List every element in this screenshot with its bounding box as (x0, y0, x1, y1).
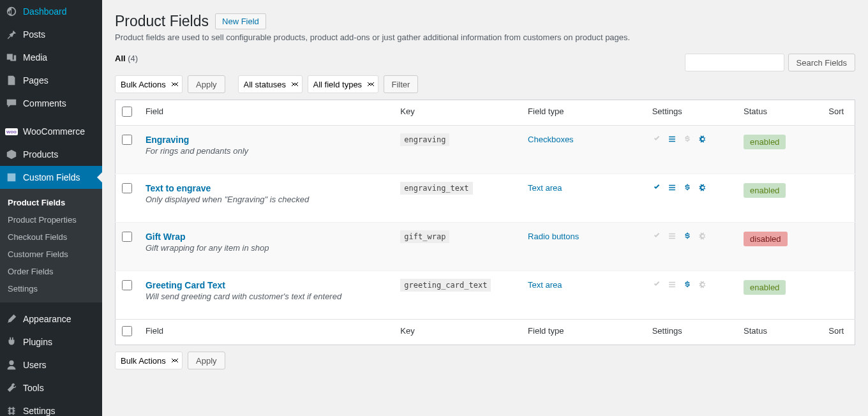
list-icon (668, 280, 677, 289)
dashboard-icon (5, 5, 18, 18)
dollar-icon (683, 280, 692, 289)
sidebar-item-label: Media (23, 52, 47, 63)
row-description: Will send greeting card with customer's … (146, 292, 387, 301)
sidebar-item-label: Products (23, 149, 58, 160)
filter-all-link[interactable]: All (115, 54, 126, 63)
sidebar-item-label: Posts (23, 29, 45, 40)
row-checkbox[interactable] (122, 135, 132, 145)
status-badge[interactable]: enabled (744, 183, 786, 198)
new-field-button[interactable]: New Field (215, 13, 266, 29)
bulk-actions-select-bottom[interactable]: Bulk Actions (115, 352, 183, 369)
field-type-filter-select[interactable]: All field types (308, 75, 378, 93)
main-content: Product Fields New Field Product fields … (102, 0, 868, 416)
row-checkbox[interactable] (122, 183, 132, 193)
sidebar-item-custom-fields[interactable]: Custom Fields (0, 166, 102, 189)
gears-icon (698, 135, 707, 144)
status-badge[interactable]: disabled (744, 232, 787, 246)
row-title-link[interactable]: Greeting Card Text (146, 280, 387, 290)
sidebar-item-label: Appearance (23, 314, 71, 324)
sidebar-sub-product-fields[interactable]: Product Fields (0, 194, 102, 211)
col-status[interactable]: Status (737, 100, 822, 126)
row-title-link[interactable]: Gift Wrap (146, 232, 387, 242)
list-icon (668, 135, 677, 144)
row-title-link[interactable]: Text to engrave (146, 183, 387, 193)
sidebar-item-label: Pages (23, 75, 49, 85)
col-field-footer[interactable]: Field (139, 320, 394, 345)
pages-icon (5, 74, 18, 87)
row-type-link[interactable]: Checkboxes (528, 135, 574, 144)
select-all-checkbox[interactable] (122, 107, 132, 117)
bulk-actions-select[interactable]: Bulk Actions (115, 75, 183, 93)
row-checkbox[interactable] (122, 280, 132, 290)
sidebar-item-dashboard[interactable]: Dashboard (0, 0, 102, 23)
select-all-checkbox-footer[interactable] (122, 326, 132, 336)
search-button[interactable]: Search Fields (788, 54, 855, 71)
sidebar-item-pages[interactable]: Pages (0, 69, 102, 92)
sidebar-item-label: Comments (23, 98, 66, 108)
dollar-icon (683, 183, 692, 192)
row-key: engraving_text (400, 182, 472, 195)
status-badge[interactable]: enabled (744, 135, 786, 149)
sidebar-sub-product-properties[interactable]: Product Properties (0, 211, 102, 228)
status-badge[interactable]: enabled (744, 280, 786, 295)
table-row: Greeting Card TextWill send greeting car… (116, 271, 855, 320)
sidebar-item-label: Plugins (23, 337, 52, 347)
sidebar-item-tools[interactable]: Tools (0, 376, 102, 399)
list-icon (668, 232, 677, 241)
sidebar-item-media[interactable]: Media (0, 46, 102, 69)
search-input[interactable] (685, 54, 784, 71)
sidebar-sub-customer-fields[interactable]: Customer Fields (0, 246, 102, 263)
row-type-link[interactable]: Radio buttons (528, 232, 579, 241)
sidebar-item-posts[interactable]: Posts (0, 23, 102, 46)
page-description: Product fields are used to sell configur… (115, 33, 855, 42)
apply-bulk-button-bottom[interactable]: Apply (188, 352, 225, 369)
check-icon (652, 183, 661, 192)
col-settings[interactable]: Settings (646, 100, 737, 126)
col-settings-footer[interactable]: Settings (646, 320, 737, 345)
row-key: gift_wrap (400, 230, 449, 243)
filter-button[interactable]: Filter (384, 75, 419, 93)
col-status-footer[interactable]: Status (737, 320, 822, 345)
sidebar-item-label: Settings (23, 406, 56, 416)
pin-icon (5, 28, 18, 41)
sidebar-item-comments[interactable]: Comments (0, 92, 102, 115)
products-icon (5, 148, 18, 161)
row-type-link[interactable]: Text area (528, 183, 562, 193)
sidebar-item-label: Custom Fields (23, 172, 80, 182)
comments-icon (5, 97, 18, 110)
sidebar-item-woocommerce[interactable]: wooWooCommerce (0, 120, 102, 143)
sidebar-item-appearance[interactable]: Appearance (0, 308, 102, 331)
col-sort[interactable]: Sort (822, 100, 855, 126)
col-key-footer[interactable]: Key (394, 320, 521, 345)
sidebar-item-products[interactable]: Products (0, 143, 102, 166)
woo-icon: woo (5, 125, 18, 138)
row-type-link[interactable]: Text area (528, 280, 562, 290)
apply-bulk-button[interactable]: Apply (188, 75, 225, 93)
row-description: Only displayed when "Engraving" is check… (146, 195, 387, 204)
row-description: For rings and pendants only (146, 146, 387, 156)
row-title-link[interactable]: Engraving (146, 135, 387, 145)
sidebar-sub-order-fields[interactable]: Order Fields (0, 263, 102, 280)
status-filter-select[interactable]: All statuses (238, 75, 303, 93)
dollar-icon (683, 135, 692, 144)
sidebar-sub-checkout-fields[interactable]: Checkout Fields (0, 228, 102, 246)
table-row: Gift WrapGift wrapping for any item in s… (116, 223, 855, 271)
col-type-footer[interactable]: Field type (521, 320, 646, 345)
col-sort-footer[interactable]: Sort (822, 320, 855, 345)
row-checkbox[interactable] (122, 232, 132, 242)
col-field[interactable]: Field (139, 100, 394, 126)
col-key[interactable]: Key (394, 100, 521, 126)
table-row: EngravingFor rings and pendants onlyengr… (116, 126, 855, 174)
filter-tabs: All (4) (115, 54, 138, 63)
col-type[interactable]: Field type (521, 100, 646, 126)
tools-icon (5, 382, 18, 394)
media-icon (5, 51, 18, 64)
sidebar-sub-settings[interactable]: Settings (0, 280, 102, 297)
admin-sidebar: DashboardPostsMediaPagesCommentswooWooCo… (0, 0, 102, 416)
sidebar-item-settings[interactable]: Settings (0, 399, 102, 416)
sidebar-item-plugins[interactable]: Plugins (0, 331, 102, 353)
fields-table: Field Key Field type Settings Status Sor… (115, 100, 855, 345)
row-description: Gift wrapping for any item in shop (146, 243, 387, 253)
check-icon (652, 280, 661, 289)
sidebar-item-users[interactable]: Users (0, 353, 102, 376)
